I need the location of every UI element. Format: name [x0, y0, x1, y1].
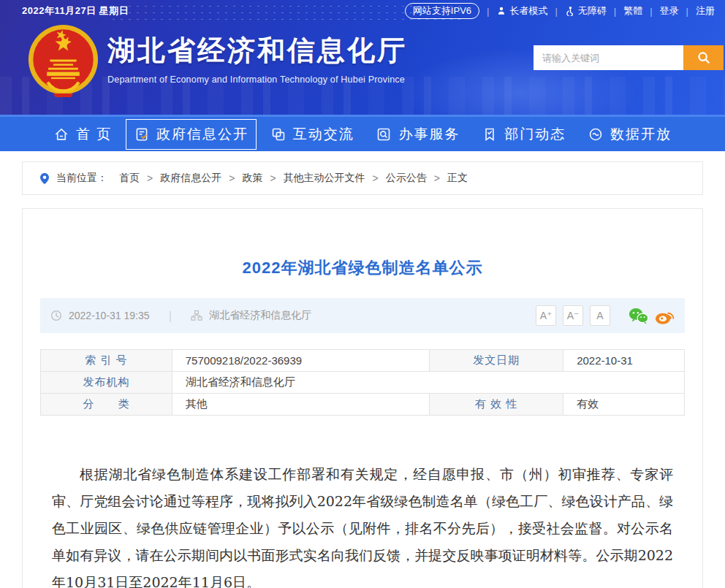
- crumb-policy[interactable]: 政策: [242, 172, 262, 185]
- crumb-other-open-files[interactable]: 其他主动公开文件: [284, 172, 365, 185]
- nav-item-open-data[interactable]: 数据开放: [580, 119, 680, 150]
- index-number-value: 757009218/2022-36939: [172, 350, 430, 372]
- nav-label: 政府信息公开: [156, 125, 248, 144]
- crumb-gov-info[interactable]: 政府信息公开: [160, 172, 221, 185]
- category-label: 分 类: [41, 394, 172, 416]
- weibo-share-icon[interactable]: [655, 307, 675, 325]
- breadcrumb: 当前位置： 首页 > 政府信息公开 > 政策 > 其他主动公开文件 > 公示公告…: [22, 161, 703, 195]
- validity-label: 有 效 性: [430, 394, 563, 416]
- nav-label: 互动交流: [293, 125, 354, 144]
- data-wave-icon: [588, 126, 604, 142]
- nav-item-gov-info[interactable]: 政府信息公开: [126, 119, 257, 150]
- top-separator: |: [614, 6, 616, 17]
- top-separator: |: [650, 6, 652, 17]
- nav-label: 首 页: [76, 125, 112, 144]
- login-link[interactable]: 登录: [660, 4, 679, 18]
- top-separator: |: [487, 6, 489, 17]
- clock-icon: [50, 310, 62, 321]
- crumb-separator: >: [270, 172, 276, 184]
- nav-item-department-news[interactable]: 部门动态: [474, 119, 574, 150]
- nav-item-interaction[interactable]: 互动交流: [262, 119, 362, 150]
- meta-divider: ｜: [165, 309, 176, 323]
- font-smaller-button[interactable]: A⁻: [563, 305, 583, 326]
- crumb-current: 正文: [447, 172, 468, 185]
- top-separator: |: [555, 6, 557, 17]
- font-reset-button[interactable]: A: [590, 305, 610, 326]
- main-nav: 首 页 政府信息公开 互动交流 办事服务 部门动态 数据开放: [0, 115, 725, 151]
- elder-mode-link[interactable]: 长者模式: [496, 4, 547, 18]
- search-button[interactable]: [683, 45, 724, 70]
- top-links: 网站支持IPV6 | 长者模式 | 无障碍 | 繁體 | 登录 |: [405, 3, 715, 19]
- source-sitemap-icon: [191, 310, 202, 321]
- top-separator: |: [686, 6, 688, 17]
- site-banner: 2022年11月27日 星期日 网站支持IPV6 | 长者模式 | 无障碍 | …: [0, 0, 725, 115]
- font-larger-button[interactable]: A⁺: [536, 305, 556, 326]
- meta-left: 2022-10-31 19:35 ｜ 湖北省经济和信息化厅: [50, 309, 311, 323]
- site-subtitle: Department of Economy and Information Te…: [107, 75, 407, 85]
- issue-date-value: 2022-10-31: [563, 350, 685, 372]
- category-value: 其他: [172, 394, 430, 416]
- nav-label: 数据开放: [610, 125, 672, 144]
- article-meta-bar: 2022-10-31 19:35 ｜ 湖北省经济和信息化厅 A⁺ A⁻ A: [40, 298, 685, 333]
- current-date: 2022年11月27日 星期日: [22, 4, 129, 18]
- elder-icon: [496, 6, 506, 16]
- ipv6-link[interactable]: 网站支持IPV6: [405, 3, 479, 19]
- nav-label: 办事服务: [398, 125, 460, 144]
- service-search-icon: [376, 126, 392, 142]
- table-row: 分 类 其他 有 效 性 有效: [41, 394, 685, 416]
- nav-item-services[interactable]: 办事服务: [368, 119, 468, 150]
- breadcrumb-prefix: 当前位置：: [56, 172, 107, 185]
- brand-text: 湖北省经济和信息化厅 Department of Economy and Inf…: [107, 32, 407, 85]
- meta-right: A⁺ A⁻ A: [536, 305, 675, 326]
- site-title: 湖北省经济和信息化厅: [107, 32, 407, 69]
- accessibility-link[interactable]: 无障碍: [565, 4, 607, 18]
- elder-mode-label: 长者模式: [509, 4, 547, 18]
- article-source: 湖北省经济和信息化厅: [209, 309, 311, 322]
- crumb-separator: >: [434, 172, 440, 184]
- table-row: 索 引 号 757009218/2022-36939 发文日期 2022-10-…: [41, 350, 685, 372]
- traditional-chinese-link[interactable]: 繁體: [623, 4, 642, 18]
- crumb-separator: >: [229, 172, 235, 184]
- crumb-separator: >: [147, 172, 153, 184]
- crumb-home[interactable]: 首页: [119, 172, 140, 185]
- news-bookmark-icon: [482, 126, 498, 142]
- info-doc-icon: [134, 126, 150, 142]
- search-input[interactable]: [534, 45, 683, 70]
- document-info-table: 索 引 号 757009218/2022-36939 发文日期 2022-10-…: [40, 349, 685, 416]
- interact-icon: [270, 126, 286, 142]
- nav-label: 部门动态: [504, 125, 566, 144]
- accessibility-label: 无障碍: [578, 4, 607, 18]
- crumb-announcements[interactable]: 公示公告: [386, 172, 427, 185]
- validity-value: 有效: [563, 394, 685, 416]
- search-icon: [696, 50, 711, 65]
- accessibility-icon: [565, 6, 575, 16]
- crumb-separator: >: [373, 172, 379, 184]
- home-icon: [53, 126, 69, 142]
- location-pin-icon: [39, 172, 50, 185]
- top-bar: 2022年11月27日 星期日 网站支持IPV6 | 长者模式 | 无障碍 | …: [0, 0, 725, 22]
- index-number-label: 索 引 号: [41, 350, 172, 372]
- table-row: 发布机构 湖北省经济和信息化厅: [41, 372, 685, 394]
- publish-time: 2022-10-31 19:35: [69, 310, 150, 321]
- issuing-agency-value: 湖北省经济和信息化厅: [172, 372, 684, 394]
- article-title: 2022年湖北省绿色制造名单公示: [23, 257, 702, 279]
- wechat-share-icon[interactable]: [629, 307, 648, 325]
- site-search: [534, 45, 724, 70]
- article-body-paragraph: 根据湖北省绿色制造体系建设工作部署和有关规定，经自愿申报、市（州）初审推荐、专家…: [52, 461, 673, 588]
- nav-item-home[interactable]: 首 页: [45, 119, 120, 150]
- article-card: 2022年湖北省绿色制造名单公示 2022-10-31 19:35 ｜ 湖北省经…: [22, 208, 703, 588]
- register-link[interactable]: 注册: [696, 4, 715, 18]
- national-emblem-logo: [28, 24, 99, 97]
- issue-date-label: 发文日期: [430, 350, 563, 372]
- issuing-agency-label: 发布机构: [41, 372, 172, 394]
